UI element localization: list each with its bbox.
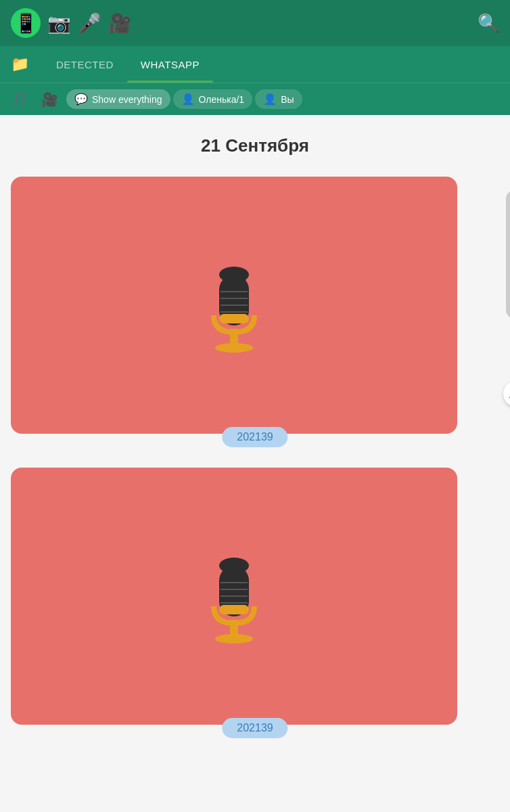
folder-icon: 📁 (11, 55, 29, 73)
media-card-wrapper-1: ••• 🔊 202139 (11, 177, 499, 434)
show-everything-chip[interactable]: 💬 Show everything (66, 89, 170, 109)
vy-label: Вы (281, 94, 294, 105)
user-chip-icon-1: 👤 (181, 93, 195, 106)
music-filter-icon[interactable]: 🎵 (5, 89, 33, 110)
file-badge-2: 202139 (222, 718, 287, 738)
user-chip-icon-2: 👤 (263, 93, 277, 106)
search-bar: 📱 📷 🎤 🎥 🔍 (0, 0, 510, 46)
vy-chip[interactable]: 👤 Вы (255, 89, 302, 109)
svg-rect-16 (219, 605, 249, 614)
search-icon[interactable]: 🔍 (478, 13, 499, 34)
show-everything-label: Show everything (92, 94, 162, 105)
media-card-1[interactable] (11, 177, 457, 434)
sound-button-1[interactable]: 🔊 (503, 381, 510, 407)
tab-whatsapp[interactable]: WHATSAPP (127, 46, 213, 83)
video-filter-icon[interactable]: 🎥 (36, 89, 64, 110)
svg-point-8 (219, 267, 249, 283)
microphone-graphic-2 (193, 545, 275, 647)
camera-icon[interactable]: 📷 (47, 12, 71, 35)
file-badge-1: 202139 (222, 427, 287, 447)
olenika-label: Оленька/1 (199, 94, 245, 105)
svg-point-17 (219, 558, 249, 574)
tab-bar: 📁 DETECTED WHATSAPP (0, 46, 510, 83)
media-card-wrapper-2: 202139 (11, 468, 499, 725)
tab-detected[interactable]: DETECTED (43, 46, 127, 83)
search-bar-icons: 📱 📷 🎤 🎥 (11, 8, 469, 38)
scrollbar-track[interactable]: ••• (506, 190, 510, 319)
video-camera-icon[interactable]: 🎥 (108, 12, 132, 35)
microphone-icon[interactable]: 🎤 (78, 12, 101, 35)
filter-bar: 🎵 🎥 💬 Show everything 👤 Оленька/1 👤 Вы (0, 83, 510, 115)
microphone-graphic-1 (193, 254, 275, 356)
date-header: 21 Сентября (11, 129, 499, 163)
whatsapp-logo[interactable]: 📱 (11, 8, 41, 38)
main-content: 21 Сентября (0, 115, 510, 772)
chat-chip-icon: 💬 (74, 93, 88, 106)
media-card-2[interactable] (11, 468, 457, 725)
content-area-2: 202139 (11, 468, 499, 725)
content-area-1: ••• 🔊 202139 (11, 177, 499, 434)
svg-rect-7 (219, 314, 249, 323)
olenika-chip[interactable]: 👤 Оленька/1 (173, 89, 253, 109)
